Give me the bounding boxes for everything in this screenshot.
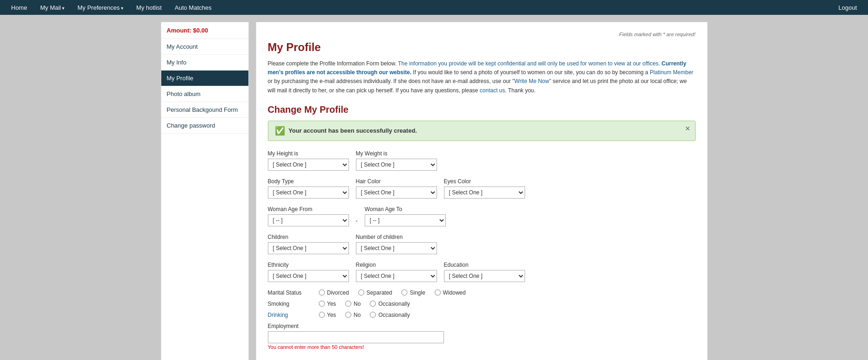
marital-status-options: Divorced Separated Single Widowed (319, 289, 696, 296)
children-group: Children [ Select One ] (268, 234, 349, 254)
num-children-group: Number of children [ Select One ] (356, 234, 437, 254)
employment-input[interactable] (268, 331, 444, 343)
drinking-link[interactable]: Drinking (268, 312, 288, 318)
children-select[interactable]: [ Select One ] (268, 242, 349, 254)
weight-select[interactable]: [ Select One ] (356, 159, 437, 171)
marital-single-text: Single (410, 289, 425, 296)
marital-single-radio[interactable] (401, 289, 407, 296)
sidebar-item-my-profile[interactable]: My Profile (161, 71, 248, 86)
marital-single-label: Single (401, 289, 425, 296)
drinking-yes-text: Yes (327, 312, 336, 318)
hair-color-group: Hair Color [ Select One ] (356, 178, 437, 199)
marital-separated-radio[interactable] (358, 289, 364, 296)
age-to-label: Woman Age To (365, 206, 446, 212)
children-row: Children [ Select One ] Number of childr… (268, 234, 696, 254)
main-nav: Home My Mail My Preferences My hotlist A… (0, 0, 868, 15)
smoking-yes-label: Yes (319, 301, 336, 307)
main-content: Fields marked with * are required! My Pr… (256, 22, 708, 360)
age-from-label: Woman Age From (268, 206, 349, 212)
smoking-occasionally-text: Occasionally (378, 301, 410, 307)
drinking-no-text: No (354, 312, 361, 318)
nav-my-mail[interactable]: My Mail (34, 1, 71, 14)
education-group: Education [ Select One ] (444, 262, 525, 282)
drinking-options: Yes No Occasionally (319, 312, 696, 318)
intro-text: Please complete the Profile Information … (268, 59, 696, 95)
sidebar-amount: Amount: $0.00 (161, 22, 248, 39)
height-weight-row: My Height is [ Select One ] My Weight is… (268, 150, 696, 171)
drinking-yes-label: Yes (319, 312, 336, 318)
ethnicity-label: Ethnicity (268, 262, 349, 268)
smoking-yes-radio[interactable] (319, 301, 325, 307)
smoking-no-radio[interactable] (345, 301, 351, 307)
body-type-label: Body Type (268, 178, 349, 185)
marital-widowed-text: Widowed (443, 289, 466, 296)
alert-close-button[interactable]: ✕ (685, 125, 691, 132)
drinking-occasionally-label: Occasionally (370, 312, 410, 318)
employment-hint: You cannot enter more than 50 characters… (268, 344, 444, 350)
smoking-options: Yes No Occasionally (319, 301, 696, 307)
smoking-no-label: No (345, 301, 361, 307)
marital-status-label: Marital Status (268, 289, 319, 296)
marital-divorced-radio[interactable] (319, 289, 325, 296)
age-row: Woman Age From [ -- ] - Woman Age To [ -… (268, 206, 696, 226)
drinking-yes-radio[interactable] (319, 312, 325, 318)
ethnicity-religion-education-row: Ethnicity [ Select One ] Religion [ Sele… (268, 262, 696, 282)
nav-my-preferences[interactable]: My Preferences (71, 1, 130, 14)
marital-divorced-label: Divorced (319, 289, 349, 296)
employment-row: Employment You cannot enter more than 50… (268, 323, 696, 350)
education-label: Education (444, 262, 525, 268)
sidebar-item-change-password[interactable]: Change password (161, 118, 248, 134)
marital-separated-text: Separated (367, 289, 392, 296)
drinking-no-radio[interactable] (345, 312, 351, 318)
sidebar-item-account[interactable]: My Account (161, 39, 248, 55)
ethnicity-select[interactable]: [ Select One ] (268, 270, 349, 282)
hair-color-select[interactable]: [ Select One ] (356, 186, 437, 199)
body-type-select[interactable]: [ Select One ] (268, 186, 349, 199)
marital-widowed-radio[interactable] (435, 289, 441, 296)
employment-input-wrapper: You cannot enter more than 50 characters… (268, 331, 444, 350)
ethnicity-group: Ethnicity [ Select One ] (268, 262, 349, 282)
education-select[interactable]: [ Select One ] (444, 270, 525, 282)
children-label: Children (268, 234, 349, 240)
eyes-color-label: Eyes Color (444, 178, 525, 185)
smoking-no-text: No (354, 301, 361, 307)
weight-group: My Weight is [ Select One ] (356, 150, 437, 171)
nav-auto-matches[interactable]: Auto Matches (168, 1, 218, 14)
age-from-select[interactable]: [ -- ] (268, 214, 349, 226)
eyes-color-select[interactable]: [ Select One ] (444, 186, 525, 199)
success-alert: ✅ Your account has been successfully cre… (268, 121, 696, 141)
marital-widowed-label: Widowed (435, 289, 466, 296)
sidebar-item-photo-album[interactable]: Photo album (161, 86, 248, 102)
check-icon: ✅ (275, 126, 285, 136)
profile-form: My Height is [ Select One ] My Weight is… (268, 150, 696, 354)
age-to-group: Woman Age To [ -- ] (365, 206, 446, 226)
employment-label: Employment (268, 323, 319, 329)
height-select[interactable]: [ Select One ] (268, 159, 349, 171)
smoking-label: Smoking (268, 301, 319, 307)
nav-home[interactable]: Home (5, 1, 34, 14)
marital-status-row: Marital Status Divorced Separated Single (268, 289, 696, 296)
height-label: My Height is (268, 150, 349, 157)
nav-my-hotlist[interactable]: My hotlist (130, 1, 168, 14)
religion-select[interactable]: [ Select One ] (356, 270, 437, 282)
num-children-label: Number of children (356, 234, 437, 240)
height-group: My Height is [ Select One ] (268, 150, 349, 171)
sidebar-item-my-info[interactable]: My Info (161, 55, 248, 71)
num-children-select[interactable]: [ Select One ] (356, 242, 437, 254)
marital-separated-label: Separated (358, 289, 392, 296)
smoking-yes-text: Yes (327, 301, 336, 307)
age-separator: - (356, 217, 358, 226)
page-wrapper: Amount: $0.00 My Account My Info My Prof… (156, 15, 712, 360)
sidebar-item-background-form[interactable]: Personal Backgound Form (161, 102, 248, 118)
smoking-occasionally-radio[interactable] (370, 301, 376, 307)
drinking-occasionally-radio[interactable] (370, 312, 376, 318)
eyes-color-group: Eyes Color [ Select One ] (444, 178, 525, 199)
age-to-select[interactable]: [ -- ] (365, 214, 446, 226)
religion-label: Religion (356, 262, 437, 268)
sidebar: Amount: $0.00 My Account My Info My Prof… (161, 22, 249, 360)
logout-link[interactable]: Logout (832, 1, 863, 14)
success-message: Your account has been successfully creat… (289, 127, 417, 134)
drinking-occasionally-text: Occasionally (378, 312, 410, 318)
drinking-row: Drinking Yes No Occasionally (268, 312, 696, 318)
section-title: Change My Profile (268, 104, 696, 115)
